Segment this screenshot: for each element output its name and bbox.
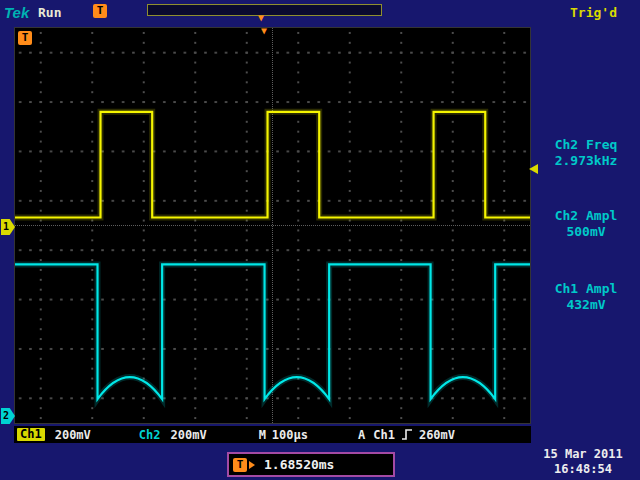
oscilloscope-screen: Tek Run T ▼ Trig'd T ▼ 1 2 Ch2 Freq 2.97… [0,0,640,480]
trigger-mode: A [358,428,365,442]
ch1-scale-badge: Ch1 [17,428,45,441]
measurement-ch2-freq: Ch2 Freq 2.973kHz [533,137,639,169]
arrow-right-icon [249,461,255,469]
trigger-t-icon-graticule: T [18,31,32,45]
datetime-display: 15 Mar 2011 16:48:54 [528,447,638,477]
record-view-bar [147,4,382,16]
trigger-level-value: 260mV [419,428,455,442]
timebase-value: 100µs [272,428,308,442]
ch1-trace-glow [15,112,530,218]
ch2-volts-per-div: 200mV [171,428,207,442]
acquisition-status: Run [38,5,61,20]
measurement-value: 2.973kHz [533,153,639,169]
tek-logo: Tek [4,4,29,21]
ch2-ground-marker: 2 [1,408,15,424]
measurement-label: Ch2 Ampl [533,208,639,224]
trigger-status: Trig'd [570,5,617,20]
trigger-position-caret-icon: ▼ [261,26,267,36]
measurement-label: Ch1 Ampl [533,281,639,297]
delay-time-value: 1.68520ms [264,457,334,472]
trigger-t-icon: T [93,4,107,18]
trigger-t-icon-delay: T [233,458,247,472]
date-text: 15 Mar 2011 [528,447,638,462]
ch2-scale-label: Ch2 [139,428,161,442]
measurement-value: 500mV [533,224,639,240]
trigger-source: Ch1 [373,428,395,442]
readout-bar: Ch1 200mV Ch2 200mV M 100µs A Ch1 260mV [14,426,531,443]
ch2-trace [15,264,530,399]
graticule: T ▼ [14,27,531,424]
waveform-plot [15,28,530,423]
ch1-trace [15,112,530,218]
ch1-volts-per-div: 200mV [55,428,91,442]
ch1-ground-marker: 1 [1,219,15,235]
rising-edge-icon [401,428,413,441]
measurement-ch1-ampl: Ch1 Ampl 432mV [533,281,639,313]
measurement-label: Ch2 Freq [533,137,639,153]
measurement-ch2-ampl: Ch2 Ampl 500mV [533,208,639,240]
measurement-value: 432mV [533,297,639,313]
timebase-label: M [259,428,266,442]
time-text: 16:48:54 [528,462,638,477]
delay-time-box: T 1.68520ms [227,452,395,477]
trigger-position-caret-icon: ▼ [258,13,264,23]
